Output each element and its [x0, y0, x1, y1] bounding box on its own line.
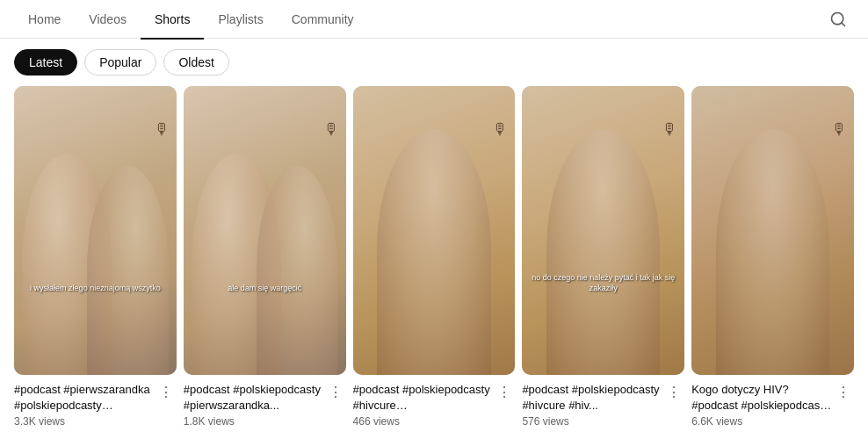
card-title-3: #podcast #polskiepodcasty #hivcure #hiv.…: [522, 382, 663, 414]
subtitle-1: ale dam się wargęcić: [189, 284, 341, 294]
thumbnail-2: 🎙: [353, 86, 516, 375]
card-views-1: 1.8K views: [184, 415, 325, 428]
card-views-0: 3.3K views: [14, 415, 156, 428]
search-icon: [829, 11, 847, 28]
person-visual-3: [522, 129, 684, 374]
nav-shorts[interactable]: Shorts: [141, 1, 204, 40]
thumbnail-4: 🎙: [691, 86, 854, 375]
card-views-4: 6.6K views: [691, 415, 833, 428]
filter-popular[interactable]: Popular: [84, 49, 156, 76]
card-title-2: #podcast #polskiepodcasty #hivcure #pier…: [353, 382, 495, 414]
person-visual-1: [184, 129, 346, 374]
more-options-3[interactable]: ⋮: [663, 382, 684, 403]
filter-oldest[interactable]: Oldest: [163, 49, 228, 76]
card-title-0: #podcast #pierwszarandka #polskiepodcast…: [14, 382, 156, 414]
more-options-2[interactable]: ⋮: [494, 382, 515, 403]
mic-icon-3: 🎙: [662, 120, 677, 139]
short-card-2[interactable]: 🎙 #podcast #polskiepodcasty #hivcure #pi…: [353, 86, 516, 428]
thumbnail-1: 🎙 ale dam się wargęcić: [184, 86, 346, 375]
card-title-1: #podcast #polskiepodcasty #pierwszarandk…: [184, 382, 325, 414]
nav-items: Home Videos Shorts Playlists Community: [14, 0, 822, 39]
subtitle-0: i wysłałem złego nieznajomą wszytko: [19, 284, 171, 294]
channel-nav: Home Videos Shorts Playlists Community: [0, 0, 868, 39]
subtitle-3: no do czego nie należy pytać i tak jak s…: [527, 273, 679, 293]
thumbnail-0: 🎙 i wysłałem złego nieznajomą wszytko: [14, 86, 177, 375]
more-options-1[interactable]: ⋮: [325, 382, 346, 403]
card-views-3: 576 views: [522, 415, 663, 428]
mic-icon-1: 🎙: [323, 120, 339, 139]
more-options-4[interactable]: ⋮: [833, 382, 854, 403]
card-title-4: Kogo dotyczy HIV? #podcast #polskiepodca…: [691, 382, 833, 414]
filter-bar: Latest Popular Oldest: [0, 39, 868, 86]
svg-line-1: [842, 22, 845, 25]
thumbnail-3: 🎙 no do czego nie należy pytać i tak jak…: [522, 86, 684, 375]
short-card-0[interactable]: 🎙 i wysłałem złego nieznajomą wszytko #p…: [14, 86, 177, 428]
search-button[interactable]: [822, 4, 854, 35]
more-options-0[interactable]: ⋮: [156, 382, 177, 403]
short-card-3[interactable]: 🎙 no do czego nie należy pytać i tak jak…: [522, 86, 684, 428]
filter-latest[interactable]: Latest: [14, 49, 77, 76]
nav-playlists[interactable]: Playlists: [204, 1, 277, 40]
card-views-2: 466 views: [353, 415, 495, 428]
mic-icon-0: 🎙: [154, 120, 170, 139]
person-visual-2: [353, 129, 516, 374]
nav-videos[interactable]: Videos: [75, 1, 141, 40]
short-card-1[interactable]: 🎙 ale dam się wargęcić #podcast #polskie…: [184, 86, 346, 428]
mic-icon-4: 🎙: [831, 120, 847, 139]
nav-community[interactable]: Community: [278, 1, 368, 40]
shorts-grid: 🎙 i wysłałem złego nieznajomą wszytko #p…: [0, 86, 868, 439]
short-card-4[interactable]: 🎙 Kogo dotyczy HIV? #podcast #polskiepod…: [691, 86, 854, 428]
person-visual-0: [14, 129, 177, 374]
nav-home[interactable]: Home: [14, 1, 75, 40]
person-visual-4: [691, 129, 854, 374]
mic-icon-2: 🎙: [492, 120, 508, 139]
